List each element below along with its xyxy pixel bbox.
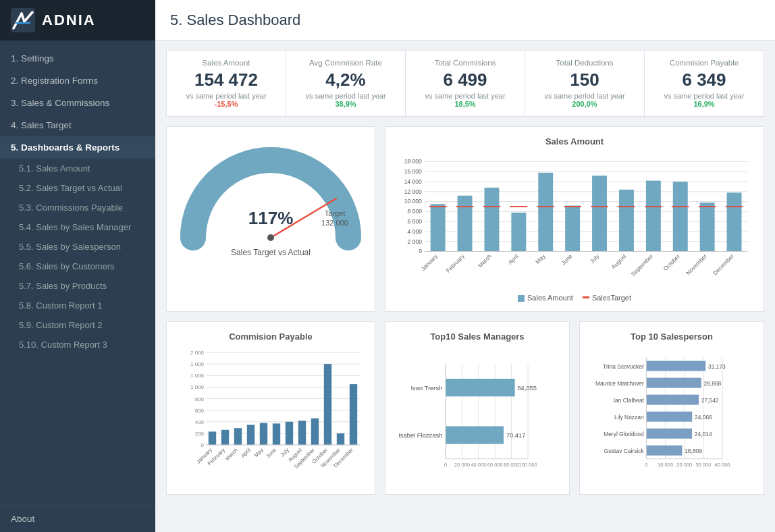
svg-text:Maurice Matchover: Maurice Matchover (595, 380, 644, 387)
sidebar-subitem-5-1[interactable]: 5.1. Sales Amount (0, 159, 155, 178)
svg-text:May: May (534, 252, 547, 265)
kpi-label: Total Deductions (537, 59, 632, 67)
svg-text:Target: Target (325, 209, 346, 217)
svg-text:200: 200 (195, 431, 205, 437)
svg-text:Gustav Cairsick: Gustav Cairsick (604, 448, 645, 454)
kpi-change: 18,5% (454, 100, 475, 108)
svg-text:May: May (253, 447, 265, 458)
svg-text:Ian Clalbeat: Ian Clalbeat (614, 397, 645, 404)
sidebar-item-dashboards[interactable]: 5. Dashboards & Reports (0, 136, 155, 159)
svg-rect-141 (646, 361, 705, 371)
kpi-value: 154 472 (179, 70, 273, 90)
sidebar-subitem-5-8[interactable]: 5.8. Custom Report 1 (0, 296, 155, 315)
sidebar-item-settings[interactable]: 1. Settings (0, 47, 155, 70)
svg-rect-48 (673, 182, 688, 251)
svg-rect-32 (458, 196, 473, 252)
kpi-value: 150 (537, 70, 632, 90)
svg-text:March: March (224, 447, 239, 462)
sidebar-item-sales-commissions[interactable]: 3. Sales & Commissions (0, 92, 155, 114)
kpi-compare: vs same period last year 16,9% (657, 92, 751, 108)
kpi-label: Avg Commision Rate (298, 59, 393, 67)
svg-text:January: January (419, 252, 439, 272)
svg-text:20 000: 20 000 (454, 462, 470, 468)
gauge-chart-box: 117% Target 132 000 Sales Target vs Actu… (166, 126, 375, 312)
sidebar-subitem-5-9[interactable]: 5.9. Custom Report 2 (0, 315, 155, 335)
gauge-container: 117% Target 132 000 Sales Target vs Actu… (176, 136, 365, 257)
svg-text:February: February (445, 252, 466, 274)
svg-text:30 000: 30 000 (695, 462, 711, 468)
top10-managers-box: Top10 Sales Managers 020 00040 00060 000… (385, 321, 570, 495)
svg-text:Meryl Gloddood: Meryl Gloddood (604, 431, 644, 437)
sidebar-about[interactable]: About (0, 505, 155, 532)
svg-text:31,173: 31,173 (708, 363, 726, 370)
kpi-card: Commision Payable 6 349 vs same period l… (645, 51, 764, 116)
sidebar: ADNIA 1. Settings2. Registration Forms3.… (0, 0, 155, 532)
kpi-label: Sales Amount (179, 59, 273, 67)
kpi-change: 200,0% (572, 100, 597, 108)
svg-rect-34 (484, 188, 499, 252)
svg-text:1 000: 1 000 (190, 361, 205, 367)
svg-text:40 000: 40 000 (715, 462, 730, 468)
svg-rect-153 (646, 429, 692, 439)
main-content: 5. Sales Dashboard Sales Amount 154 472 … (155, 0, 775, 532)
svg-text:2 000: 2 000 (408, 238, 423, 245)
svg-rect-87 (234, 428, 242, 445)
svg-text:10 000: 10 000 (658, 462, 673, 468)
svg-text:April: April (240, 447, 252, 459)
commission-chart-title: Commision Payable (176, 331, 365, 342)
kpi-label: Total Commisions (418, 59, 512, 67)
svg-rect-46 (646, 181, 661, 252)
svg-rect-38 (538, 173, 553, 252)
svg-rect-36 (511, 213, 526, 252)
kpi-compare: vs same period last year 38,9% (298, 92, 393, 108)
svg-text:16 000: 16 000 (404, 168, 422, 175)
svg-text:117%: 117% (248, 208, 294, 228)
sidebar-subitem-5-4[interactable]: 5.4. Sales by Sales Manager (0, 217, 155, 237)
svg-rect-50 (700, 203, 715, 251)
sidebar-subitem-5-2[interactable]: 5.2. Sales Target vs Actual (0, 178, 155, 198)
commission-chart-box: Commision Payable 02004006008001 0001 00… (166, 321, 375, 495)
sidebar-item-registration[interactable]: 2. Registration Forms (0, 70, 155, 92)
kpi-value: 6 349 (657, 70, 751, 90)
svg-text:18 000: 18 000 (404, 158, 422, 165)
commission-chart-svg: 02004006008001 0001 0001 0002 000January… (176, 347, 365, 482)
svg-rect-150 (646, 412, 692, 422)
kpi-value: 6 499 (418, 70, 512, 90)
kpi-compare: vs same period last year 200,0% (537, 92, 632, 108)
svg-rect-44 (619, 190, 634, 252)
svg-rect-96 (350, 384, 357, 445)
svg-text:March: March (477, 252, 493, 269)
page-header: 5. Sales Dashboard (155, 0, 775, 41)
svg-rect-88 (247, 425, 255, 445)
svg-rect-52 (727, 192, 742, 251)
svg-text:80 000: 80 000 (504, 462, 519, 468)
top10-sales-title: Top 10 Salesperson (589, 331, 754, 342)
svg-rect-94 (324, 364, 331, 445)
page-title: 5. Sales Dashboard (170, 11, 300, 29)
sidebar-subitem-5-6[interactable]: 5.6. Sales by Customers (0, 257, 155, 276)
kpi-change: 16,9% (693, 100, 714, 108)
sidebar-subitem-5-3[interactable]: 5.3. Commissions Payable (0, 198, 155, 217)
svg-rect-85 (209, 431, 216, 445)
sidebar-nav: 1. Settings2. Registration Forms3. Sales… (0, 41, 155, 505)
top10-managers-title: Top10 Sales Managers (395, 331, 560, 342)
managers-chart-svg: 020 00040 00060 00080 000100 000Ivan Tre… (395, 347, 560, 482)
svg-text:Trina Scovucker: Trina Scovucker (603, 363, 644, 370)
svg-text:July: July (589, 252, 601, 265)
kpi-compare: vs same period last year 18,5% (418, 92, 512, 108)
svg-text:0: 0 (419, 248, 422, 255)
charts-row2: Commision Payable 02004006008001 0001 00… (166, 321, 764, 495)
top10-sales-box: Top 10 Salesperson 010 00020 00030 00040… (579, 321, 764, 495)
svg-text:28,868: 28,868 (703, 380, 721, 387)
svg-text:April: April (507, 252, 520, 265)
charts-row1: 117% Target 132 000 Sales Target vs Actu… (166, 126, 764, 312)
sidebar-subitem-5-5[interactable]: 5.5. Sales by Salesperson (0, 237, 155, 257)
svg-rect-30 (431, 204, 446, 251)
svg-text:70,417: 70,417 (506, 432, 526, 439)
svg-text:4 000: 4 000 (408, 228, 423, 235)
bar-chart-svg: 02 0004 0006 0008 00010 00012 00014 0001… (395, 152, 754, 287)
sidebar-item-sales-target[interactable]: 4. Sales Target (0, 114, 155, 136)
svg-text:1 000: 1 000 (190, 384, 205, 390)
sidebar-subitem-5-10[interactable]: 5.10. Custom Report 3 (0, 335, 155, 354)
sidebar-subitem-5-7[interactable]: 5.7. Sales by Products (0, 276, 155, 296)
